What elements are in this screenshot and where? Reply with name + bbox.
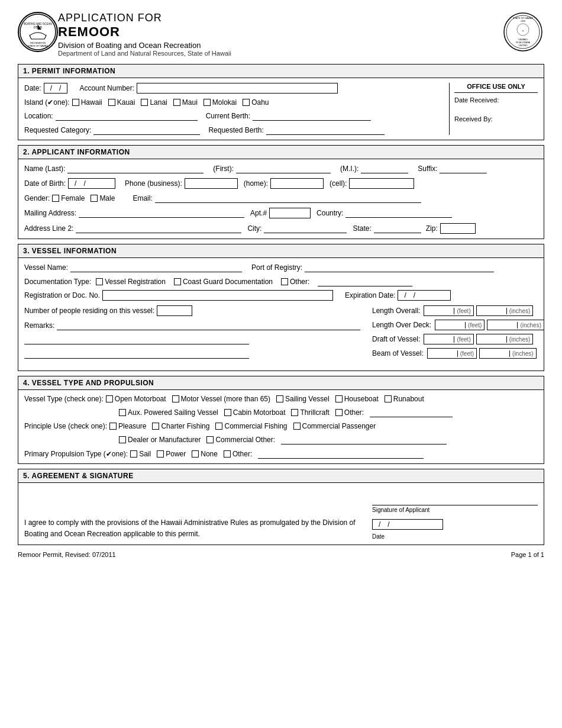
port-input[interactable] <box>305 263 494 272</box>
island-oahu-check[interactable] <box>243 99 250 106</box>
use-commercial-other-input[interactable] <box>281 435 447 444</box>
use-dealer[interactable]: Dealer or Manufacturer <box>119 436 201 444</box>
current-berth-input[interactable] <box>253 111 371 121</box>
use-commercial-fishing-check[interactable] <box>215 423 222 430</box>
date-input[interactable]: / / <box>44 83 68 94</box>
prop-other-input[interactable] <box>258 449 424 459</box>
island-lanai-check[interactable] <box>141 99 148 106</box>
vtype-motor-vessel-check[interactable] <box>172 395 179 402</box>
doc-coast-guard[interactable]: Coast Guard Documentation <box>174 278 273 286</box>
use-charter-check[interactable] <box>152 423 159 430</box>
vtype-sailing-check[interactable] <box>276 395 283 402</box>
length-deck-ft[interactable]: (feet) <box>435 320 485 330</box>
doc-other-check[interactable] <box>281 278 288 285</box>
remarks-input3[interactable] <box>24 349 249 359</box>
location-input[interactable] <box>56 111 198 121</box>
island-lanai[interactable]: Lanai <box>141 98 167 107</box>
phone-business-input[interactable] <box>185 178 238 189</box>
name-last-input[interactable] <box>67 164 204 173</box>
prop-power[interactable]: Power <box>157 450 186 458</box>
gender-female[interactable]: Female <box>52 194 85 202</box>
prop-other[interactable]: Other: <box>224 450 252 458</box>
doc-other[interactable]: Other: <box>281 278 309 286</box>
use-charter[interactable]: Charter Fishing <box>152 422 209 430</box>
island-kauai-check[interactable] <box>108 99 115 106</box>
prop-sail-check[interactable] <box>130 450 137 458</box>
req-category-input[interactable] <box>93 125 200 135</box>
prop-power-check[interactable] <box>157 450 164 458</box>
apt-input[interactable] <box>269 208 311 218</box>
vtype-other-check[interactable] <box>335 409 343 416</box>
vtype-motor-vessel[interactable]: Motor Vessel (more than 65) <box>172 395 270 403</box>
island-hawaii[interactable]: Hawaii <box>72 98 102 107</box>
use-commercial-other-check[interactable] <box>206 436 214 443</box>
vtype-runabout-check[interactable] <box>385 395 392 402</box>
doc-coast-guard-check[interactable] <box>174 278 181 285</box>
vtype-thrill-check[interactable] <box>291 409 298 416</box>
vtype-open-motor-check[interactable] <box>106 395 113 402</box>
req-berth-input[interactable] <box>266 125 385 135</box>
vtype-houseboat-check[interactable] <box>335 395 343 402</box>
gender-female-check[interactable] <box>52 195 59 202</box>
agreement-date-input[interactable]: / / <box>372 519 443 530</box>
beam-in[interactable]: (inches) <box>479 348 537 359</box>
exp-date-input[interactable]: / / <box>398 290 451 301</box>
vtype-cabin-check[interactable] <box>224 409 231 416</box>
suffix-input[interactable] <box>440 164 487 173</box>
beam-ft[interactable]: (feet) <box>427 348 477 359</box>
dob-input[interactable]: / / <box>68 178 115 189</box>
prop-none[interactable]: None <box>192 450 218 458</box>
use-commercial-fishing[interactable]: Commercial Fishing <box>215 422 287 430</box>
island-kauai[interactable]: Kauai <box>108 98 135 107</box>
island-molokai[interactable]: Molokai <box>204 98 237 107</box>
draft-ft[interactable]: (feet) <box>424 334 473 344</box>
signature-line[interactable] <box>372 488 538 505</box>
vtype-other-input[interactable] <box>370 408 453 417</box>
vtype-aux-sail[interactable]: Aux. Powered Sailing Vessel <box>119 408 218 417</box>
island-maui[interactable]: Maui <box>173 98 198 107</box>
length-overall-ft[interactable]: (feet) <box>424 305 473 316</box>
vtype-aux-sail-check[interactable] <box>119 409 126 416</box>
address2-input[interactable] <box>76 224 241 233</box>
email-input[interactable] <box>155 194 421 203</box>
doc-vessel-reg-check[interactable] <box>96 278 103 285</box>
vtype-cabin[interactable]: Cabin Motorboat <box>224 408 286 417</box>
prop-sail[interactable]: Sail <box>130 450 151 458</box>
island-oahu[interactable]: Oahu <box>243 98 269 107</box>
length-deck-in[interactable]: (inches) <box>487 320 544 330</box>
use-commercial-passenger-check[interactable] <box>293 423 301 430</box>
doc-other-input[interactable] <box>318 277 412 286</box>
prop-other-check[interactable] <box>224 450 231 458</box>
prop-none-check[interactable] <box>192 450 199 458</box>
remarks-input[interactable] <box>57 321 360 330</box>
vtype-thrill[interactable]: Thrillcraft <box>291 408 329 417</box>
gender-male[interactable]: Male <box>91 194 115 202</box>
num-people-input[interactable] <box>157 305 192 316</box>
name-first-input[interactable] <box>236 164 331 173</box>
island-maui-check[interactable] <box>173 99 180 106</box>
gender-male-check[interactable] <box>91 195 98 202</box>
island-molokai-check[interactable] <box>204 99 211 106</box>
zip-input[interactable] <box>440 223 476 234</box>
use-commercial-other[interactable]: Commercial Other: <box>206 436 275 444</box>
use-pleasure-check[interactable] <box>109 423 117 430</box>
vtype-sailing[interactable]: Sailing Vessel <box>276 395 330 403</box>
mailing-address-input[interactable] <box>79 208 244 218</box>
island-hawaii-check[interactable] <box>72 99 79 106</box>
length-overall-in[interactable]: (inches) <box>476 305 534 316</box>
remarks-input2[interactable] <box>24 335 249 344</box>
phone-cell-input[interactable] <box>349 178 414 189</box>
vtype-other[interactable]: Other: <box>335 408 364 417</box>
use-pleasure[interactable]: Pleasure <box>109 422 146 430</box>
vtype-open-motor[interactable]: Open Motorboat <box>106 395 166 403</box>
account-input[interactable] <box>137 83 338 94</box>
country-input[interactable] <box>345 208 452 218</box>
doc-vessel-reg[interactable]: Vessel Registration <box>96 278 166 286</box>
state-input[interactable] <box>374 224 421 233</box>
vessel-name-input[interactable] <box>70 263 242 272</box>
draft-in[interactable]: (inches) <box>476 334 534 344</box>
reg-doc-input[interactable] <box>102 290 333 301</box>
phone-home-input[interactable] <box>270 178 324 189</box>
city-input[interactable] <box>264 224 347 233</box>
vtype-runabout[interactable]: Runabout <box>385 395 424 403</box>
